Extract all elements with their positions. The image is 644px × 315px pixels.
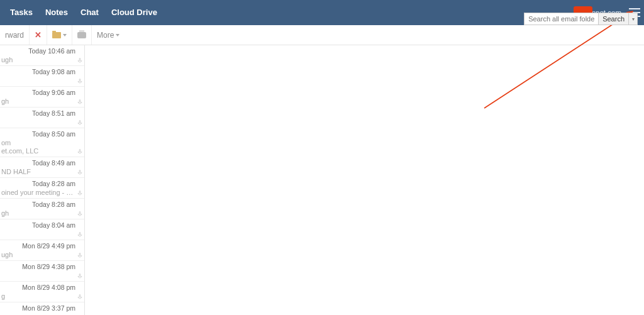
message-time: Today 9:08 am (32, 68, 75, 75)
chevron-down-icon: ▾ (632, 16, 635, 22)
flag-icon[interactable] (77, 253, 82, 258)
message-time: Mon 8/29 4:38 pm (22, 263, 75, 270)
message-time: Today 8:50 am (32, 130, 75, 138)
flag-icon[interactable] (77, 79, 82, 84)
folder-icon (52, 32, 61, 38)
message-row[interactable]: Today 9:08 am (0, 66, 84, 87)
preview-pane (85, 45, 644, 315)
message-time: Today 8:51 am (32, 109, 75, 117)
flag-icon[interactable] (77, 99, 82, 104)
forward-button[interactable]: rward (0, 25, 30, 45)
message-time: Today 8:49 am (32, 159, 75, 167)
delete-icon: ✕ (35, 30, 42, 40)
flag-icon[interactable] (77, 170, 82, 175)
message-row[interactable]: Mon 8/29 3:37 pm (0, 302, 84, 315)
search-button[interactable]: Search (598, 13, 629, 25)
nav-chat[interactable]: Chat (74, 0, 105, 25)
message-toolbar: rward ✕ More (0, 25, 644, 45)
nav-menu: Tasks Notes Chat Cloud Drive (4, 0, 164, 25)
message-subject: gh (1, 209, 74, 217)
chevron-down-icon (63, 34, 67, 36)
message-row[interactable]: Mon 8/29 4:49 pmugh (0, 240, 84, 261)
message-time: Mon 8/29 4:08 pm (22, 284, 75, 291)
printer-icon (77, 32, 86, 38)
nav-cloud-drive[interactable]: Cloud Drive (105, 0, 164, 25)
search-bar: Search ▾ (524, 13, 638, 25)
message-time: Mon 8/29 3:37 pm (22, 304, 75, 312)
message-time: Today 8:04 am (32, 221, 75, 229)
message-row[interactable]: Today 8:49 amND HALF (0, 157, 84, 178)
message-list-scroll[interactable]: Today 10:46 amughToday 9:08 amToday 9:06… (0, 45, 84, 315)
message-subject: g (1, 292, 74, 300)
flag-icon[interactable] (77, 149, 82, 154)
message-row[interactable]: Today 8:04 am (0, 219, 84, 240)
message-subject-line2: et.com, LLC (1, 147, 74, 155)
message-row[interactable]: Today 9:06 amgh (0, 87, 84, 108)
message-row[interactable]: Today 8:51 am (0, 108, 84, 128)
chevron-down-icon (116, 34, 119, 36)
flag-icon[interactable] (77, 211, 82, 216)
message-row[interactable]: Mon 8/29 4:38 pm (0, 261, 84, 282)
message-subject: gh (1, 97, 74, 105)
print-button[interactable] (72, 25, 92, 45)
flag-icon[interactable] (77, 274, 82, 279)
flag-icon[interactable] (77, 232, 82, 237)
message-row[interactable]: Today 8:50 amomet.com, LLC (0, 128, 84, 157)
message-subject: ugh (1, 251, 74, 258)
move-to-folder-button[interactable] (47, 25, 72, 45)
more-actions-button[interactable]: More (92, 25, 125, 45)
search-input[interactable] (524, 13, 598, 25)
message-time: Mon 8/29 4:49 pm (22, 242, 75, 250)
message-row[interactable]: Today 8:28 amgh (0, 199, 84, 219)
nav-tasks[interactable]: Tasks (4, 0, 39, 25)
flag-icon[interactable] (77, 58, 82, 63)
more-label: More (97, 31, 114, 40)
flag-icon[interactable] (77, 191, 82, 196)
message-subject: om (1, 139, 74, 146)
message-time: Today 9:06 am (32, 89, 75, 96)
message-subject: oined your meeting - Harr… (1, 189, 74, 196)
message-subject: ugh (1, 56, 74, 64)
message-time: Today 8:28 am (32, 201, 75, 208)
delete-button[interactable]: ✕ (30, 25, 47, 45)
main-area: Today 10:46 amughToday 9:08 amToday 9:06… (0, 45, 644, 315)
nav-notes[interactable]: Notes (39, 0, 74, 25)
message-row[interactable]: Mon 8/29 4:08 pmg (0, 282, 84, 302)
message-row[interactable]: Today 8:28 amoined your meeting - Harr… (0, 178, 84, 199)
flag-icon[interactable] (77, 120, 82, 125)
message-time: Today 8:28 am (32, 180, 75, 187)
flag-icon[interactable] (77, 294, 82, 299)
search-dropdown-toggle[interactable]: ▾ (629, 13, 638, 25)
message-list-pane: Today 10:46 amughToday 9:08 amToday 9:06… (0, 45, 85, 315)
message-subject: ND HALF (1, 168, 74, 175)
message-time: Today 10:46 am (28, 47, 75, 55)
message-row[interactable]: Today 10:46 amugh (0, 45, 84, 66)
